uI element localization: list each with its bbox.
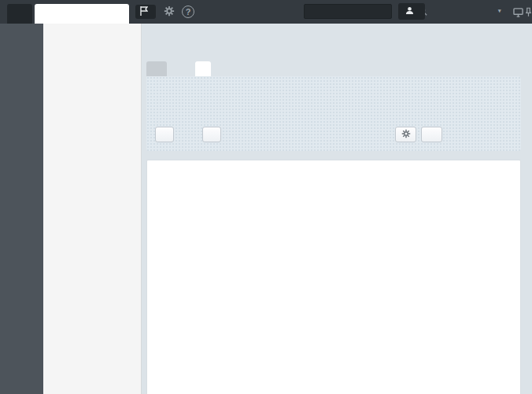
search-box: [304, 4, 392, 19]
notifications-button[interactable]: [135, 5, 156, 19]
analytics-sidebar: [43, 24, 142, 394]
add-filter-tab[interactable]: [195, 61, 211, 76]
build-button[interactable]: [155, 127, 174, 142]
admin-tab[interactable]: [35, 4, 129, 24]
chart-panel: [146, 160, 521, 394]
topbar-settings-icon[interactable]: [163, 6, 175, 18]
filter-tabrow: [146, 61, 521, 76]
chevron-down-icon: ▾: [498, 8, 501, 13]
user-icon: [405, 6, 414, 17]
main-nav: [0, 24, 43, 394]
user-button[interactable]: [398, 3, 425, 20]
topbar: ? ▾: [0, 0, 532, 24]
pin-icon[interactable]: [526, 6, 531, 20]
page-title-row: [148, 37, 153, 55]
flag-icon: [140, 6, 148, 17]
language-selector[interactable]: ▾: [498, 7, 501, 16]
desktop-mode-icon[interactable]: [513, 6, 523, 20]
help-icon[interactable]: ?: [182, 6, 194, 18]
sidebar-title: [43, 24, 141, 39]
filter-tab[interactable]: [146, 61, 167, 76]
traffic-chart: [147, 189, 522, 394]
filter-add-button[interactable]: [421, 127, 442, 142]
cancel-button[interactable]: [202, 127, 221, 142]
site-tab[interactable]: [7, 4, 32, 24]
filter-settings-button[interactable]: [395, 127, 416, 142]
filter-panel: [146, 76, 521, 151]
